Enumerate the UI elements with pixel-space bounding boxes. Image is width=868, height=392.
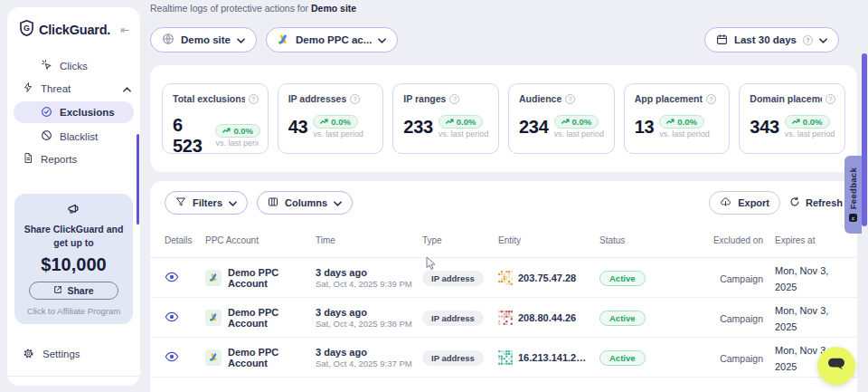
document-icon: [23, 152, 33, 166]
affiliate-promo-card: Share ClickGuard and get up to $10,000 S…: [14, 194, 133, 324]
header-status: Status: [599, 235, 696, 245]
chevron-up-icon: [123, 83, 131, 94]
excluded-on-value: Campaign: [720, 313, 763, 324]
promo-caption: Click to Affiliate Program: [22, 306, 126, 316]
header-expires-at: Expires at: [763, 235, 843, 245]
view-details-button[interactable]: [165, 351, 179, 362]
chat-bubble-icon: [826, 356, 846, 376]
stat-value: 13: [635, 117, 655, 138]
ppc-account-cell: Demo PPC Account: [205, 347, 316, 368]
type-badge: IP address: [422, 271, 484, 286]
sidebar-item-exclusions[interactable]: Exclusions: [14, 101, 134, 123]
info-icon[interactable]: ?: [449, 94, 459, 104]
columns-icon: [268, 196, 278, 209]
share-button-label: Share: [67, 285, 93, 296]
trend-value: 0.0%: [677, 117, 697, 127]
share-button[interactable]: Share: [29, 282, 118, 300]
table-toolbar: Filters Columns Export Refresh: [150, 181, 857, 224]
settings-label: Settings: [42, 349, 80, 359]
page-scrollbar[interactable]: [862, 53, 867, 226]
info-icon[interactable]: ?: [565, 94, 575, 104]
table-row: Demo PPC Account 3 days ago Sat, Oct 4, …: [150, 258, 857, 298]
excluded-on-value: Campaign: [720, 353, 763, 364]
account-switcher[interactable]: NA gmail.com naatali.ro@gmail.com: [7, 377, 140, 386]
feedback-label: Feedback: [848, 167, 858, 209]
trend-value: 0.0%: [233, 126, 253, 136]
ppc-account-dropdown[interactable]: Demo PPC ac...: [266, 27, 398, 53]
stat-card: IP addresses ? 43 0.0% vs. last period: [278, 83, 384, 154]
google-ads-icon: [278, 33, 289, 47]
clickguard-shield-logo-icon: G: [19, 20, 34, 40]
exclusions-table-panel: Filters Columns Export Refresh: [150, 181, 857, 392]
calendar-icon: [716, 33, 728, 47]
export-button[interactable]: Export: [709, 191, 780, 215]
sidebar-scrollbar[interactable]: [137, 134, 139, 225]
time-relative: 3 days ago: [316, 347, 422, 358]
filter-bar: Demo site Demo PPC ac... Last 30 days ?: [150, 27, 839, 53]
stat-card: IP ranges ? 233 0.0% vs. last period: [392, 83, 499, 154]
stat-caption: vs. last period: [313, 129, 363, 139]
ppc-account-name: Demo PPC Account: [228, 267, 316, 289]
refresh-button[interactable]: Refresh: [789, 196, 843, 209]
info-icon[interactable]: ?: [249, 94, 259, 104]
svg-text:G: G: [24, 24, 30, 33]
sidebar-item-settings[interactable]: Settings: [7, 343, 140, 365]
sidebar: G ClickGuard. ⇤ Clicks Threat Exclusions…: [7, 7, 140, 386]
sidebar-collapse-icon[interactable]: ⇤: [120, 24, 131, 36]
chevron-down-icon: [237, 34, 245, 45]
sidebar-item-clicks[interactable]: Clicks: [7, 54, 140, 77]
stat-caption: vs. last period: [785, 129, 835, 139]
stat-caption: vs. last period: [215, 139, 258, 148]
date-range-label: Last 30 days: [734, 34, 797, 45]
header-ppc-account: PPC Account: [205, 235, 316, 245]
subtitle-target: Demo site: [311, 3, 356, 14]
excluded-on-value: Campaign: [720, 273, 763, 284]
sidebar-item-reports[interactable]: Reports: [7, 148, 140, 170]
ppc-account-label: Demo PPC ac...: [296, 34, 372, 45]
date-range-dropdown[interactable]: Last 30 days ?: [704, 27, 839, 53]
table-row: Demo PPC Account 3 days ago Sat, Oct 4, …: [150, 298, 857, 338]
info-icon[interactable]: ?: [350, 94, 360, 104]
crisp-logo-icon: c: [849, 214, 857, 222]
chat-widget-button[interactable]: [817, 347, 855, 385]
chevron-down-icon: [229, 197, 237, 208]
view-details-button[interactable]: [165, 311, 179, 322]
site-filter-dropdown[interactable]: Demo site: [150, 27, 257, 53]
stat-value: 234: [519, 117, 548, 138]
stat-label: IP addresses: [288, 93, 347, 104]
sidebar-item-threat[interactable]: Threat: [7, 77, 140, 100]
info-icon[interactable]: ?: [706, 94, 716, 104]
columns-dropdown[interactable]: Columns: [257, 191, 353, 215]
promo-text: Share ClickGuard and get up to: [22, 223, 126, 250]
globe-icon: [162, 33, 175, 47]
expires-at-value: Mon, Nov 3, 2025: [775, 265, 828, 292]
click-cursor-icon: [41, 59, 52, 72]
sidebar-item-blacklist[interactable]: Blacklist: [7, 125, 140, 148]
type-badge: IP address: [422, 311, 484, 326]
logo-text: ClickGuard.: [39, 23, 116, 37]
trend-value: 0.0%: [803, 117, 823, 127]
site-filter-label: Demo site: [181, 34, 231, 45]
view-details-button[interactable]: [165, 272, 179, 282]
filters-dropdown[interactable]: Filters: [165, 191, 248, 215]
trend-badge: 0.0%: [659, 115, 704, 129]
header-type: Type: [422, 235, 498, 245]
clickguard-dashboard: G ClickGuard. ⇤ Clicks Threat Exclusions…: [0, 0, 868, 392]
external-link-icon: [53, 285, 62, 296]
time-absolute: Sat, Oct 4, 2025 9:39 PM: [316, 279, 422, 289]
stat-card: Total exclusions ? 6 523 0.0% vs. last p…: [162, 83, 269, 154]
table-header-row: Details PPC Account Time Type Entity Sta…: [150, 224, 857, 258]
refresh-label: Refresh: [806, 197, 843, 208]
entity-identicon: [498, 271, 513, 285]
export-label: Export: [738, 197, 769, 208]
feedback-tab[interactable]: Feedback c: [844, 156, 862, 234]
stat-value: 233: [403, 117, 432, 138]
trend-badge: 0.0%: [785, 115, 830, 129]
entity-identicon: [498, 350, 513, 365]
trend-badge: 0.0%: [554, 115, 599, 129]
info-icon[interactable]: ?: [826, 94, 835, 104]
expires-at-value: Mon, Nov 3, 2025: [775, 305, 828, 332]
time-absolute: Sat, Oct 4, 2025 9:38 PM: [316, 319, 422, 329]
nav-label: Clicks: [60, 61, 88, 72]
nav-label: Blacklist: [60, 131, 98, 142]
